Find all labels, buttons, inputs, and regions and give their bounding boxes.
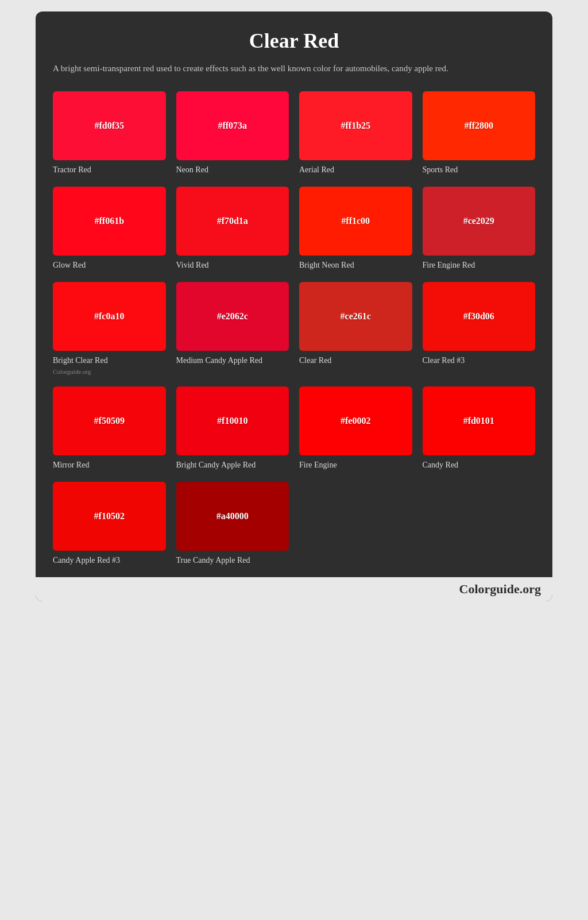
color-name: Glow Red bbox=[53, 260, 86, 270]
color-item[interactable]: #e2062cMedium Candy Apple Red bbox=[176, 282, 289, 375]
color-item[interactable]: #f10502Candy Apple Red #3 bbox=[53, 482, 166, 566]
color-swatch: #fd0f35 bbox=[53, 91, 166, 160]
color-swatch: #ce261c bbox=[299, 282, 412, 351]
color-name: Mirror Red bbox=[53, 460, 89, 470]
color-swatch: #ff061b bbox=[53, 187, 166, 256]
color-hex: #ff073a bbox=[218, 121, 247, 131]
color-item[interactable]: #fc0a10Bright Clear RedColorguide.org bbox=[53, 282, 166, 375]
color-name: Neon Red bbox=[176, 165, 208, 175]
page-description: A bright semi-transparent red used to cr… bbox=[53, 62, 535, 75]
color-swatch: #ff1c00 bbox=[299, 187, 412, 256]
color-item[interactable]: #ff2800Sports Red bbox=[423, 91, 536, 175]
page-wrapper: Clear Red A bright semi-transparent red … bbox=[36, 11, 552, 601]
color-item[interactable]: #ff073aNeon Red bbox=[176, 91, 289, 175]
color-name: Bright Candy Apple Red bbox=[176, 460, 256, 470]
color-swatch: #ff1b25 bbox=[299, 91, 412, 160]
color-item[interactable]: #fe0002Fire Engine bbox=[299, 386, 412, 470]
color-item[interactable]: #ce2029Fire Engine Red bbox=[423, 187, 536, 270]
color-swatch: #f10502 bbox=[53, 482, 166, 551]
color-hex: #f10502 bbox=[94, 511, 125, 521]
color-swatch: #a40000 bbox=[176, 482, 289, 551]
color-swatch: #f30d06 bbox=[423, 282, 536, 351]
color-item[interactable]: #ce261cClear Red bbox=[299, 282, 412, 375]
color-swatch: #ce2029 bbox=[423, 187, 536, 256]
color-hex: #ff061b bbox=[94, 216, 124, 226]
color-swatch: #fd0101 bbox=[423, 386, 536, 455]
color-hex: #fd0f35 bbox=[94, 121, 124, 131]
color-hex: #fc0a10 bbox=[94, 311, 124, 322]
color-grid: #fd0f35Tractor Red#ff073aNeon Red#ff1b25… bbox=[53, 91, 535, 566]
color-hex: #ff2800 bbox=[464, 121, 493, 131]
color-item[interactable]: #f50509Mirror Red bbox=[53, 386, 166, 470]
color-name: True Candy Apple Red bbox=[176, 555, 250, 566]
color-swatch: #ff2800 bbox=[423, 91, 536, 160]
color-item[interactable]: #ff1c00Bright Neon Red bbox=[299, 187, 412, 270]
color-swatch: #f10010 bbox=[176, 386, 289, 455]
color-name: Medium Candy Apple Red bbox=[176, 355, 263, 366]
color-item[interactable]: #ff1b25Aerial Red bbox=[299, 91, 412, 175]
color-hex: #ce261c bbox=[341, 311, 371, 322]
color-name: Candy Red bbox=[423, 460, 459, 470]
color-swatch: #fc0a10 bbox=[53, 282, 166, 351]
color-swatch: #fe0002 bbox=[299, 386, 412, 455]
color-hex: #ce2029 bbox=[463, 216, 494, 226]
color-swatch: #f50509 bbox=[53, 386, 166, 455]
color-hex: #fd0101 bbox=[463, 416, 494, 426]
color-hex: #f70d1a bbox=[217, 216, 248, 226]
color-item[interactable]: #ff061bGlow Red bbox=[53, 187, 166, 270]
color-name: Tractor Red bbox=[53, 165, 91, 175]
color-hex: #f30d06 bbox=[463, 311, 494, 322]
footer: Colorguide.org bbox=[36, 577, 552, 601]
color-item[interactable]: #f10010Bright Candy Apple Red bbox=[176, 386, 289, 470]
color-name: Bright Clear Red bbox=[53, 355, 108, 366]
color-hex: #fe0002 bbox=[341, 416, 370, 426]
color-swatch: #e2062c bbox=[176, 282, 289, 351]
color-name: Fire Engine bbox=[299, 460, 337, 470]
color-hex: #ff1c00 bbox=[341, 216, 370, 226]
color-hex: #a40000 bbox=[216, 511, 249, 521]
color-swatch: #f70d1a bbox=[176, 187, 289, 256]
color-hex: #ff1b25 bbox=[341, 121, 370, 131]
color-name: Vivid Red bbox=[176, 260, 209, 270]
page-title: Clear Red bbox=[53, 29, 535, 53]
color-item[interactable]: #f70d1aVivid Red bbox=[176, 187, 289, 270]
color-hex: #e2062c bbox=[217, 311, 248, 322]
color-swatch: #ff073a bbox=[176, 91, 289, 160]
color-name: Bright Neon Red bbox=[299, 260, 354, 270]
color-name: Aerial Red bbox=[299, 165, 334, 175]
color-name: Clear Red #3 bbox=[423, 355, 465, 366]
color-item[interactable]: #f30d06Clear Red #3 bbox=[423, 282, 536, 375]
color-item[interactable]: #fd0f35Tractor Red bbox=[53, 91, 166, 175]
color-name: Candy Apple Red #3 bbox=[53, 555, 120, 566]
color-name: Clear Red bbox=[299, 355, 331, 366]
color-hex: #f10010 bbox=[217, 416, 247, 426]
color-name: Sports Red bbox=[423, 165, 458, 175]
color-item[interactable]: #a40000True Candy Apple Red bbox=[176, 482, 289, 566]
color-name: Fire Engine Red bbox=[423, 260, 475, 270]
color-item[interactable]: #fd0101Candy Red bbox=[423, 386, 536, 470]
watermark: Colorguide.org bbox=[53, 368, 91, 375]
color-hex: #f50509 bbox=[94, 416, 125, 426]
